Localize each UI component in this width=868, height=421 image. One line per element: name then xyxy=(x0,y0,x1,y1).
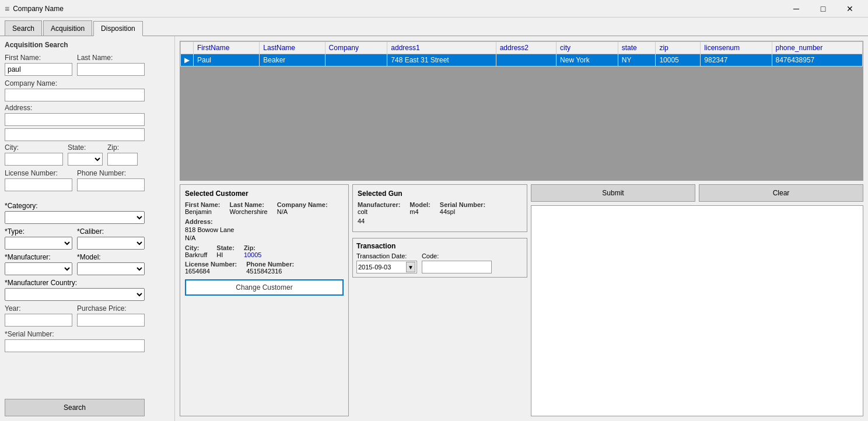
sc-first-name: First Name: Benjamin xyxy=(185,201,220,215)
caliber-select[interactable] xyxy=(77,237,145,250)
gun-transaction-panel: Selected Gun Manufacturer: colt Model: m… xyxy=(352,184,527,416)
manufacturer-select[interactable] xyxy=(5,262,72,275)
address-label: Address: xyxy=(5,104,170,112)
model-group: *Model: xyxy=(77,253,145,275)
year-group: Year: xyxy=(5,304,72,327)
notes-textarea[interactable] xyxy=(531,205,863,416)
date-picker-button[interactable]: ▼ xyxy=(406,262,415,272)
col-lastname[interactable]: LastName xyxy=(260,42,325,54)
address-input-1[interactable] xyxy=(5,113,145,126)
tab-acquisition[interactable]: Acquisition xyxy=(43,20,92,36)
col-licensenum[interactable]: licensenum xyxy=(701,42,772,54)
type-group: *Type: xyxy=(5,227,72,250)
first-name-group: First Name: xyxy=(5,54,72,76)
sc-name-row: First Name: Benjamin Last Name: Worchers… xyxy=(185,201,344,215)
zip-group: Zip: xyxy=(107,143,138,166)
col-address2[interactable]: address2 xyxy=(496,42,556,54)
sc-last-name: Last Name: Worchershire xyxy=(230,201,268,215)
search-button[interactable]: Search xyxy=(5,399,145,416)
zip-input[interactable] xyxy=(107,153,138,166)
year-price-row: Year: Purchase Price: xyxy=(5,304,170,327)
change-customer-button[interactable]: Change Customer xyxy=(185,279,344,296)
purchase-price-input[interactable] xyxy=(77,314,145,327)
category-select[interactable] xyxy=(5,211,145,224)
results-table: FirstName LastName Company address1 addr… xyxy=(180,41,863,66)
caliber-label: *Caliber: xyxy=(77,227,145,236)
city-group: City: xyxy=(5,143,63,166)
app-title: Company Name xyxy=(13,5,64,13)
phone-input[interactable] xyxy=(77,178,145,191)
col-city[interactable]: city xyxy=(556,42,618,54)
last-name-label: Last Name: xyxy=(77,54,145,62)
sc-address: Address: 818 Bowow Lane N/A xyxy=(185,217,344,242)
minimize-button[interactable]: ─ xyxy=(783,0,810,17)
content-area: Acquisition Search First Name: Last Name… xyxy=(0,36,868,421)
address-input-2[interactable] xyxy=(5,128,145,141)
col-zip[interactable]: zip xyxy=(656,42,701,54)
category-label: *Category: xyxy=(5,202,170,210)
title-bar: ≡ Company Name ─ □ ✕ xyxy=(0,0,868,17)
right-panel: FirstName LastName Company address1 addr… xyxy=(175,36,868,421)
license-label: License Number: xyxy=(5,169,72,177)
purchase-price-label: Purchase Price: xyxy=(77,304,145,313)
license-phone-row: License Number: Phone Number: xyxy=(5,169,170,191)
phone-group: Phone Number: xyxy=(77,169,145,191)
col-address1[interactable]: address1 xyxy=(387,42,496,54)
state-select[interactable] xyxy=(68,153,103,166)
license-input[interactable] xyxy=(5,178,72,191)
tab-search[interactable]: Search xyxy=(5,20,42,36)
col-company[interactable]: Company xyxy=(325,42,387,54)
name-row: First Name: Last Name: xyxy=(5,54,170,76)
type-caliber-row: *Type: *Caliber: xyxy=(5,227,170,251)
model-label: *Model: xyxy=(77,253,145,261)
last-name-group: Last Name: xyxy=(77,54,145,76)
state-label: State: xyxy=(68,143,103,152)
first-name-input[interactable] xyxy=(5,63,72,76)
transaction-panel: Transaction Transaction Date: ▼ Code: xyxy=(352,238,527,278)
close-button[interactable]: ✕ xyxy=(836,0,863,17)
maximize-button[interactable]: □ xyxy=(810,0,836,17)
selected-customer-title: Selected Customer xyxy=(185,190,344,198)
col-phone[interactable]: phone_number xyxy=(772,42,863,54)
clear-button[interactable]: Clear xyxy=(699,184,863,202)
sc-license: License Number: 1654684 xyxy=(185,261,237,275)
type-select[interactable] xyxy=(5,237,72,250)
section-title-acquisition-search: Acquisition Search xyxy=(5,41,170,49)
category-group: *Category: xyxy=(5,202,170,224)
sg-manufacturer: Manufacturer: colt xyxy=(358,201,400,215)
submit-button[interactable]: Submit xyxy=(531,184,695,202)
sg-serial: Serial Number: 44spl xyxy=(440,201,485,215)
manufacturer-country-label: *Manufacturer Country: xyxy=(5,279,170,287)
sg-number: 44 xyxy=(358,217,522,224)
selected-customer-panel: Selected Customer First Name: Benjamin L… xyxy=(180,184,349,416)
transaction-date-input[interactable] xyxy=(358,264,405,271)
bottom-row: Selected Customer First Name: Benjamin L… xyxy=(180,184,863,416)
app-icon: ≡ xyxy=(5,4,9,13)
manufacturer-country-select[interactable] xyxy=(5,288,145,301)
license-group: License Number: xyxy=(5,169,72,191)
table-row[interactable]: ▶PaulBeaker748 East 31 StreetNew YorkNY1… xyxy=(181,54,863,66)
city-state-zip-row: City: State: Zip: xyxy=(5,143,170,166)
city-label: City: xyxy=(5,143,63,152)
transaction-date-label: Transaction Date: xyxy=(356,252,417,259)
serial-number-group: *Serial Number: xyxy=(5,330,170,352)
data-grid[interactable]: FirstName LastName Company address1 addr… xyxy=(180,41,863,181)
serial-number-input[interactable] xyxy=(5,339,145,352)
action-panel: Submit Clear xyxy=(531,184,863,416)
left-panel: Acquisition Search First Name: Last Name… xyxy=(0,36,175,421)
model-select[interactable] xyxy=(77,262,145,275)
transaction-code-field: Code: xyxy=(422,252,492,273)
manufacturer-country-group: *Manufacturer Country: xyxy=(5,279,170,301)
last-name-input[interactable] xyxy=(77,63,145,76)
selected-gun-panel: Selected Gun Manufacturer: colt Model: m… xyxy=(352,184,527,232)
col-firstname[interactable]: FirstName xyxy=(194,42,260,54)
manufacturer-label: *Manufacturer: xyxy=(5,253,72,261)
sc-phone: Phone Number: 4515842316 xyxy=(246,261,294,275)
company-name-input[interactable] xyxy=(5,89,145,101)
col-state[interactable]: state xyxy=(618,42,656,54)
transaction-code-input[interactable] xyxy=(422,261,492,273)
tab-disposition[interactable]: Disposition xyxy=(93,21,143,36)
transaction-code-label: Code: xyxy=(422,252,492,259)
city-input[interactable] xyxy=(5,153,63,166)
year-input[interactable] xyxy=(5,314,72,327)
